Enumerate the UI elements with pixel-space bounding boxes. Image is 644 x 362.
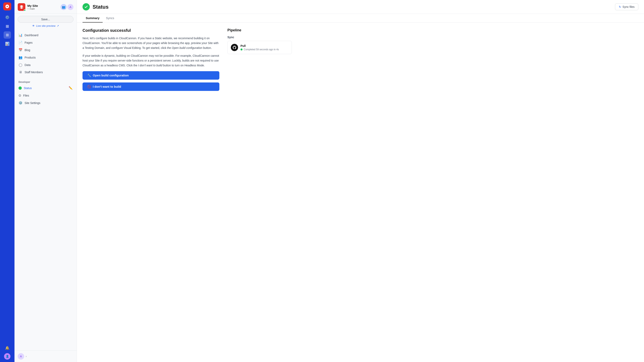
dashboard-icon: 📊	[18, 33, 22, 37]
para2-italic: I don't want to build	[138, 64, 162, 67]
pipeline-pull-card: Pull Completed 59 seconds ago in 4s	[228, 41, 292, 54]
tabs: Summary Syncs	[77, 14, 644, 22]
content-body: Configuration successful Next, let's con…	[77, 22, 644, 362]
icon-rail: ⚙️ ▦ ⊞ 📊 🔔 👤	[0, 0, 14, 362]
tab-summary[interactable]: Summary	[82, 14, 103, 22]
config-paragraph-1: Next, let's configure builds in CloudCan…	[82, 36, 219, 50]
main-content-area: Status ↻ Sync files Summary Syncs Config…	[77, 0, 644, 362]
sidebar-item-blog-label: Blog	[24, 48, 30, 52]
live-preview-link[interactable]: 👁 Live site preview ↗	[18, 24, 74, 27]
rail-icon-settings[interactable]: ⚙️	[4, 14, 11, 21]
site-logo	[18, 3, 25, 11]
status-nav-left: Status	[18, 86, 32, 90]
files-github-icon: ⊙	[18, 93, 21, 97]
rail-icon-chart[interactable]: 📊	[4, 40, 11, 47]
site-name: My Site	[27, 4, 58, 7]
settings-icon: ⚙️	[18, 101, 22, 105]
page-title-area: Status	[82, 3, 108, 10]
save-button[interactable]: Save...	[18, 16, 74, 23]
pull-title: Pull	[240, 44, 288, 47]
external-link-icon: ↗	[57, 24, 59, 27]
config-paragraph-2: If your website is dynamic, building on …	[82, 53, 219, 68]
sync-files-button[interactable]: ↻ Sync files	[615, 3, 638, 10]
no-build-button[interactable]: 🚫 I don't want to build	[82, 82, 219, 91]
sidebar-item-data-label: Data	[24, 63, 30, 66]
sidebar-actions: Save... 👁 Live site preview ↗	[14, 13, 77, 30]
sidebar-item-pages[interactable]: 📄 Pages	[14, 39, 77, 46]
sidebar-item-staff-members[interactable]: 🖥 Staff Members	[14, 69, 77, 76]
blog-icon: 📅	[18, 48, 22, 52]
files-nav-left: ⊙ Files	[18, 93, 29, 97]
page-title: Status	[92, 4, 108, 10]
pipeline-sync-label: Sync	[228, 35, 292, 39]
edit-icon: ✏️	[69, 86, 73, 90]
para1-text-after: button.	[202, 46, 212, 49]
data-icon: ◯	[18, 63, 22, 67]
wrench-icon: 🔧	[87, 74, 91, 77]
para1-italic: Open build configuration	[172, 46, 202, 49]
sidebar: My Site ⑂ main 👥 A Save... 👁 Live site p…	[14, 0, 77, 362]
rail-icon-layout[interactable]: ▦	[4, 22, 11, 30]
sync-icon: ↻	[619, 5, 621, 8]
branch-icon: ⑂	[27, 7, 29, 10]
sidebar-item-files[interactable]: ⊙ Files	[14, 92, 77, 99]
sidebar-header: My Site ⑂ main 👥 A	[14, 0, 77, 13]
branch-name: main	[30, 7, 35, 10]
open-build-config-button[interactable]: 🔧 Open build configuration	[82, 71, 219, 80]
site-branch: ⑂ main	[27, 7, 58, 10]
config-title: Configuration successful	[82, 28, 219, 33]
status-check-icon	[82, 3, 90, 10]
sidebar-item-data[interactable]: ◯ Data	[14, 61, 77, 69]
sidebar-item-settings-label: Site Settings	[24, 101, 40, 105]
pipeline-panel: Pipeline Sync Pull Completed 59 seconds …	[228, 28, 292, 356]
sidebar-item-products-label: Products	[24, 56, 36, 59]
nav-section: 📊 Dashboard 📄 Pages 📅 Blog 👥 Products ◯ …	[14, 30, 77, 77]
tab-syncs[interactable]: Syncs	[103, 14, 117, 22]
user-avatar[interactable]: A	[68, 4, 74, 10]
user-footer-avatar[interactable]: A	[18, 353, 24, 360]
github-icon	[231, 44, 238, 51]
rail-avatar[interactable]: 👤	[4, 353, 10, 360]
rail-icon-grid[interactable]: ⊞	[4, 31, 11, 39]
para2-text-after: button to turn on Headless Mode.	[162, 64, 205, 67]
online-dot	[24, 9, 26, 11]
eye-icon: 👁	[32, 24, 35, 27]
sidebar-item-staff-label: Staff Members	[24, 71, 43, 74]
pull-status-dot	[240, 48, 242, 50]
main-section: Configuration successful Next, let's con…	[82, 28, 219, 356]
site-info: My Site ⑂ main	[27, 4, 58, 10]
developer-section-label: Developer	[14, 77, 77, 84]
products-icon: 👥	[18, 55, 22, 59]
sidebar-item-products[interactable]: 👥 Products	[14, 54, 77, 61]
avatar-group: 👥 A	[60, 4, 74, 10]
pages-icon: 📄	[18, 41, 22, 44]
pull-info: Pull Completed 59 seconds ago in 4s	[240, 44, 288, 51]
sync-files-label: Sync files	[622, 5, 634, 8]
sidebar-item-pages-label: Pages	[24, 41, 32, 44]
pull-status-text: Completed 59 seconds ago in 4s	[244, 48, 279, 51]
status-dot	[18, 86, 22, 90]
action-buttons: 🔧 Open build configuration 🚫 I don't wan…	[82, 71, 219, 91]
main-header: Status ↻ Sync files	[77, 0, 644, 14]
pipeline-title: Pipeline	[228, 28, 292, 32]
team-icon[interactable]: 👥	[60, 4, 66, 10]
sidebar-item-dashboard-label: Dashboard	[24, 33, 38, 37]
staff-icon: 🖥	[18, 70, 22, 74]
no-build-icon: 🚫	[87, 85, 91, 88]
no-build-label: I don't want to build	[93, 85, 121, 88]
sidebar-footer: A ›	[14, 351, 77, 362]
sidebar-item-files-label: Files	[23, 94, 29, 97]
live-preview-label: Live site preview	[36, 24, 55, 27]
rail-icon-bell[interactable]: 🔔	[4, 344, 11, 352]
open-build-label: Open build configuration	[93, 74, 128, 77]
app-logo[interactable]	[3, 2, 11, 10]
expand-icon: ›	[26, 355, 26, 358]
sidebar-item-dashboard[interactable]: 📊 Dashboard	[14, 31, 77, 39]
sidebar-item-site-settings[interactable]: ⚙️ Site Settings	[14, 99, 77, 107]
settings-nav-left: ⚙️ Site Settings	[18, 101, 40, 105]
sidebar-item-status[interactable]: Status ✏️	[14, 84, 77, 92]
pull-status: Completed 59 seconds ago in 4s	[240, 48, 288, 51]
sidebar-item-blog[interactable]: 📅 Blog	[14, 46, 77, 54]
sidebar-item-status-label: Status	[24, 86, 32, 90]
